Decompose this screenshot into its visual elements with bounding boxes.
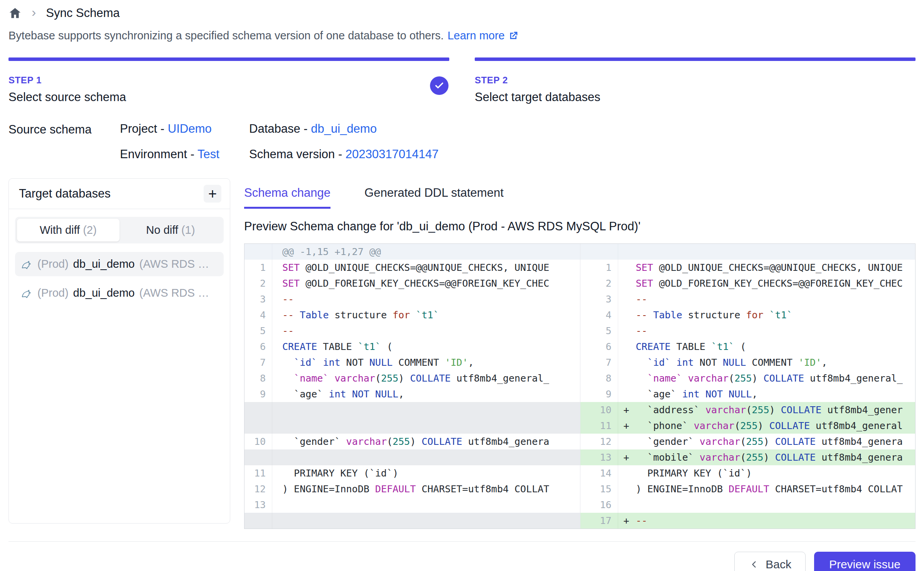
step2-bar (475, 57, 916, 61)
database-list-item[interactable]: (Prod) db_ui_demo (AWS RDS MySQL Prod) (15, 281, 224, 305)
tab-with-diff[interactable]: With diff (2) (17, 219, 120, 242)
diff-row-new: 10+ `address` varchar(255) COLLATE utf8m… (580, 402, 916, 418)
check-icon (434, 81, 444, 91)
source-database: Database - db_ui_demo (249, 122, 438, 136)
diff-row-old: 9 `age` int NOT NULL, (244, 386, 580, 402)
step1-title: Select source schema (8, 90, 449, 104)
diff-row-old: 2SET @OLD_FOREIGN_KEY_CHECKS=@@FOREIGN_K… (244, 275, 580, 291)
diff-row-old (244, 402, 580, 418)
diff-row-new: 7 `id` int NOT NULL COMMENT 'ID', (580, 355, 916, 370)
diff-row-old: @@ -1,15 +1,27 @@ (244, 244, 580, 260)
step-progress-bars (8, 57, 916, 61)
diff-row-new: 8 `name` varchar(255) COLLATE utf8mb4_ge… (580, 370, 916, 386)
source-schema-label: Source schema (8, 122, 120, 161)
diff-row-new: 1SET @OLD_UNIQUE_CHECKS=@@UNIQUE_CHECKS,… (580, 260, 916, 275)
breadcrumb: › Sync Schema (8, 5, 916, 22)
source-environment: Environment - Test (120, 147, 249, 161)
preview-title: Preview Schema change for 'db_ui_demo (P… (244, 220, 916, 233)
footer-divider (8, 541, 916, 542)
step1-bar (8, 57, 449, 61)
diff-row-old: 8 `name` varchar(255) COLLATE utf8mb4_ge… (244, 370, 580, 386)
diff-row-new: 5-- (580, 323, 916, 339)
target-databases-title: Target databases (19, 187, 111, 201)
diff-row-new: 2SET @OLD_FOREIGN_KEY_CHECKS=@@FOREIGN_K… (580, 275, 916, 291)
step2-header: STEP 2 Select target databases (475, 75, 916, 104)
diff-row-new: 6CREATE TABLE `t1` ( (580, 339, 916, 355)
diff-row-old: 4-- Table structure for `t1` (244, 307, 580, 323)
diff-row-old (244, 449, 580, 465)
step-headers: STEP 1 Select source schema STEP 2 Selec… (8, 75, 916, 104)
diff-row-new: 13+ `mobile` varchar(255) COLLATE utf8mb… (580, 449, 916, 465)
diff-row-old (244, 513, 580, 529)
tab-schema-change[interactable]: Schema change (244, 186, 330, 209)
diff-row-old: 3-- (244, 291, 580, 307)
diff-row-old: 7 `id` int NOT NULL COMMENT 'ID', (244, 355, 580, 370)
database-link[interactable]: db_ui_demo (311, 122, 377, 135)
diff-row-new: 12 `gender` varchar(255) COLLATE utf8mb4… (580, 434, 916, 449)
preview-issue-button[interactable]: Preview issue (814, 552, 916, 571)
preview-tabs: Schema change Generated DDL statement (244, 186, 916, 209)
diff-row-new: 3-- (580, 291, 916, 307)
target-databases-panel: Target databases + With diff (2) No diff… (8, 178, 230, 524)
diff-filter-tabs: With diff (2) No diff (1) (15, 217, 224, 243)
source-version: Schema version - 20230317014147 (249, 147, 438, 161)
main-area: Target databases + With diff (2) No diff… (8, 178, 916, 524)
intro-text: Bytebase supports synchronizing a specif… (8, 29, 443, 42)
step1-label: STEP 1 (8, 75, 449, 86)
diff-row-old: 6CREATE TABLE `t1` ( (244, 339, 580, 355)
diff-row-old: 11 PRIMARY KEY (`id`) (244, 465, 580, 481)
diff-row-new: 15) ENGINE=InnoDB DEFAULT CHARSET=utf8mb… (580, 481, 916, 497)
add-database-button[interactable]: + (204, 185, 221, 203)
diff-row-new: 9 `age` int NOT NULL, (580, 386, 916, 402)
step2-label: STEP 2 (475, 75, 916, 86)
mysql-icon (20, 258, 33, 270)
source-schema-summary: Source schema Project - UIDemo Database … (8, 122, 916, 161)
diff-pane-new: 1SET @OLD_UNIQUE_CHECKS=@@UNIQUE_CHECKS,… (580, 244, 916, 529)
environment-link[interactable]: Test (197, 147, 219, 161)
diff-row-old: 5-- (244, 323, 580, 339)
schema-diff-view: @@ -1,15 +1,27 @@1SET @OLD_UNIQUE_CHECKS… (244, 243, 916, 529)
footer-actions: Back Preview issue (8, 552, 916, 571)
step1-completed-badge (430, 76, 449, 95)
schema-version-link[interactable]: 20230317014147 (346, 147, 438, 161)
database-list: (Prod) db_ui_demo (AWS RDS MySQL Prod) (… (9, 249, 230, 313)
diff-row-old: 12) ENGINE=InnoDB DEFAULT CHARSET=utf8mb… (244, 481, 580, 497)
home-icon[interactable] (8, 7, 22, 20)
source-project: Project - UIDemo (120, 122, 249, 136)
step2-title: Select target databases (475, 90, 916, 104)
diff-row-new: 4-- Table structure for `t1` (580, 307, 916, 323)
project-link[interactable]: UIDemo (168, 122, 212, 135)
diff-row-new: 17+-- (580, 513, 916, 529)
database-list-item[interactable]: (Prod) db_ui_demo (AWS RDS MySQL Prod) (15, 252, 224, 276)
back-button[interactable]: Back (734, 552, 806, 571)
mysql-icon (20, 287, 33, 299)
breadcrumb-chevron-icon: › (32, 5, 36, 21)
learn-more-link[interactable]: Learn more (447, 29, 518, 42)
intro: Bytebase supports synchronizing a specif… (8, 29, 916, 42)
diff-row-new: 11+ `phone` varchar(255) COLLATE utf8mb4… (580, 418, 916, 434)
page-title: Sync Schema (46, 6, 120, 20)
diff-row-new: 16 (580, 497, 916, 513)
external-link-icon (508, 30, 519, 41)
diff-pane-old: @@ -1,15 +1,27 @@1SET @OLD_UNIQUE_CHECKS… (244, 244, 580, 529)
diff-row-old: 10 `gender` varchar(255) COLLATE utf8mb4… (244, 434, 580, 449)
step1-header: STEP 1 Select source schema (8, 75, 449, 104)
diff-row-old (244, 418, 580, 434)
sync-schema-page: › Sync Schema Bytebase supports synchron… (0, 0, 924, 571)
tab-no-diff[interactable]: No diff (1) (120, 219, 222, 242)
diff-row-old: 13 (244, 497, 580, 513)
chevron-left-icon (749, 559, 759, 570)
tab-generated-ddl[interactable]: Generated DDL statement (364, 186, 504, 209)
diff-row-new (580, 244, 916, 260)
diff-row-old: 1SET @OLD_UNIQUE_CHECKS=@@UNIQUE_CHECKS,… (244, 260, 580, 275)
diff-row-new: 14 PRIMARY KEY (`id`) (580, 465, 916, 481)
preview-area: Schema change Generated DDL statement Pr… (244, 178, 916, 524)
